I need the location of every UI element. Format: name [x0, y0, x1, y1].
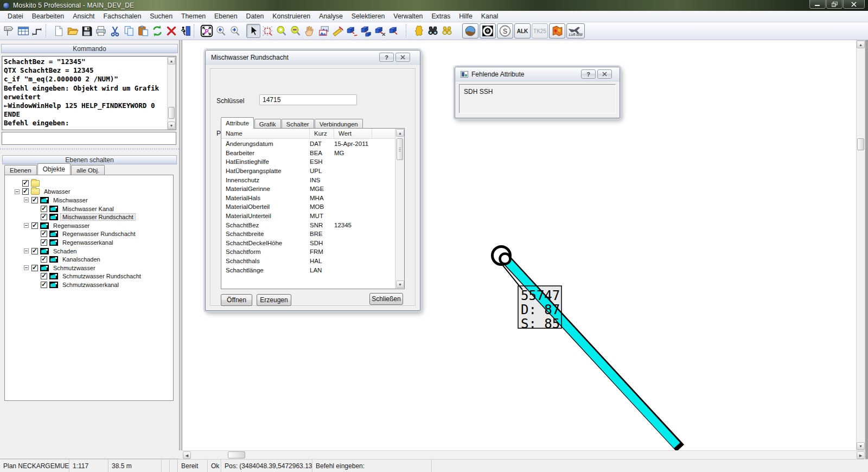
ebenen-panel-header[interactable]: Ebenen schalten	[2, 155, 177, 164]
new-file-button[interactable]	[52, 24, 66, 38]
delete-button[interactable]	[164, 24, 178, 38]
thematic-map-button[interactable]	[549, 23, 565, 39]
schluessel-input[interactable]	[259, 94, 357, 105]
column-wert[interactable]: Wert	[334, 129, 372, 138]
menu-item[interactable]: Extras	[427, 11, 455, 21]
target-view-button[interactable]	[480, 23, 496, 39]
print-button[interactable]	[94, 24, 108, 38]
overview-window-button[interactable]	[317, 24, 331, 38]
canvas-horizontal-scrollbar[interactable]: ◀ ▶	[182, 450, 865, 459]
scroll-left-icon[interactable]: ◀	[183, 451, 191, 459]
tree-item[interactable]: Regenwasser	[5, 221, 173, 230]
scroll-up-icon[interactable]: ▲	[857, 41, 865, 48]
menu-item[interactable]: Verwalten	[389, 11, 427, 21]
close-dialog-button[interactable]	[597, 69, 612, 79]
tk25-layer-button[interactable]: TK25	[532, 23, 548, 39]
polyline-button[interactable]	[30, 24, 44, 38]
tree-item[interactable]: Schaden	[5, 247, 173, 256]
table-row[interactable]: HatEinstieghilfe ESH	[221, 157, 395, 167]
open-button[interactable]: Öffnen	[221, 294, 252, 306]
attribute-table-button[interactable]	[16, 24, 30, 38]
tree-item-label[interactable]: Mischwasser Kanal	[61, 206, 116, 212]
table-row[interactable]: SchachtDeckelHöhe SDH	[221, 239, 395, 248]
tree-item-label[interactable]: Abwasser	[42, 188, 72, 195]
tree-item-label[interactable]: Mischwasser Rundschacht	[61, 214, 135, 220]
tree-expander-icon[interactable]	[24, 197, 29, 202]
menu-item[interactable]: Kanal	[477, 11, 502, 21]
help-button[interactable]: ?	[581, 69, 596, 79]
tab-ebenen[interactable]: Ebenen	[4, 165, 37, 175]
tab-schalter[interactable]: Schalter	[282, 119, 314, 129]
create-button[interactable]: Erzeugen	[257, 294, 291, 306]
tree-item[interactable]: Schmutzwasserkanal	[5, 280, 173, 289]
manhole-symbol-inner[interactable]	[500, 254, 510, 264]
table-scrollbar[interactable]: ▲ ▼	[395, 129, 404, 289]
tree-expander-icon[interactable]	[24, 248, 29, 253]
scroll-down-icon[interactable]: ▼	[857, 442, 865, 450]
tree-checkbox[interactable]	[31, 265, 38, 271]
tree-expander-icon[interactable]	[24, 223, 29, 228]
menu-item[interactable]: Konstruieren	[268, 11, 315, 21]
tree-item-label[interactable]: Schmutzwasserkanal	[61, 282, 120, 288]
tree-item[interactable]: Schmutzwasser Rundschacht	[5, 272, 173, 281]
object-move-button[interactable]	[387, 24, 401, 38]
globe-view-button[interactable]	[462, 23, 478, 39]
tree-item[interactable]: Mischwasser Rundschacht	[5, 213, 173, 221]
object-unlink-button[interactable]	[373, 24, 387, 38]
tree-item[interactable]: Abwasser	[5, 188, 173, 196]
scroll-thumb[interactable]	[857, 138, 864, 150]
grid-select-button[interactable]	[260, 24, 275, 38]
canvas-vertical-scrollbar[interactable]: ▲ ▼	[856, 40, 865, 450]
table-row[interactable]: Bearbeiter BEA MG	[221, 149, 395, 158]
table-row[interactable]: MaterialHals MHA	[221, 194, 395, 203]
aerial-photo-button[interactable]: Luft-bild	[566, 23, 585, 39]
zoom-in-button[interactable]	[275, 24, 289, 38]
save-button[interactable]	[80, 24, 94, 38]
table-row[interactable]: Schachtbreite BRE	[221, 229, 395, 239]
scroll-down-icon[interactable]: ▼	[396, 280, 404, 288]
tree-checkbox[interactable]	[41, 214, 47, 220]
table-row[interactable]: SchachtBez SNR 12345	[221, 220, 395, 229]
symbol-signpost-button[interactable]: Sym	[2, 24, 16, 38]
menu-item[interactable]: Bearbeiten	[28, 11, 68, 21]
tab-alle-obj[interactable]: alle Obj.	[71, 165, 105, 175]
measure-button[interactable]	[331, 24, 345, 38]
zoom-fit-plan-button[interactable]: P	[200, 24, 214, 38]
tree-item-label[interactable]: Schmutzwasser Rundschacht	[61, 273, 143, 279]
scroll-right-icon[interactable]: ▶	[857, 451, 865, 459]
zoom-next-button[interactable]	[228, 24, 242, 38]
tree-checkbox[interactable]	[41, 206, 47, 212]
tree-item[interactable]: Mischwasser Kanal	[5, 205, 173, 213]
menu-item[interactable]: Datei	[3, 11, 28, 21]
tree-item-label[interactable]: Regenwasser	[52, 222, 91, 229]
tree-checkbox[interactable]	[22, 180, 29, 187]
tab-verbindungen[interactable]: Verbindungen	[315, 119, 363, 129]
scroll-up-icon[interactable]: ▲	[168, 57, 175, 65]
restore-button[interactable]	[826, 0, 843, 9]
table-row[interactable]: MaterialGerinne MGE	[221, 184, 395, 194]
tree-checkbox[interactable]	[22, 188, 29, 195]
tree-item[interactable]: Regenwasserkanal	[5, 238, 173, 247]
table-row[interactable]: Schachthals HAL	[221, 257, 395, 266]
germany-map-button[interactable]	[412, 24, 426, 38]
command-output-scrollbar[interactable]: ▲ ▼	[167, 56, 176, 130]
exit-button[interactable]	[178, 24, 193, 38]
tree-item[interactable]: Kanalschaden	[5, 255, 173, 264]
paste-button[interactable]	[136, 24, 150, 38]
close-dialog-button[interactable]	[395, 53, 410, 62]
menu-item[interactable]: Ansicht	[68, 11, 99, 21]
scroll-thumb[interactable]	[228, 451, 245, 458]
command-output[interactable]: SchachtBez = "12345" QTX SchachtBez = 12…	[2, 56, 176, 130]
table-row[interactable]: HatÜbergangsplatte UPL	[221, 167, 395, 176]
tab-grafik[interactable]: Grafik	[254, 119, 281, 129]
zoom-previous-button[interactable]	[214, 24, 228, 38]
close-dialog-action-button[interactable]: Schließen	[369, 293, 403, 305]
alk-layer-button[interactable]: ALK	[514, 23, 531, 39]
menu-item[interactable]: Analyse	[315, 11, 347, 21]
kommando-panel-header[interactable]: Kommando	[1, 44, 178, 53]
tree-item[interactable]	[5, 179, 173, 188]
tree-item-label[interactable]: Schaden	[52, 248, 78, 254]
table-row[interactable]: Innenschutz INS	[221, 175, 395, 184]
table-row[interactable]: MaterialUnterteil MUT	[221, 212, 395, 221]
tab-attribute[interactable]: Attribute	[221, 117, 254, 129]
